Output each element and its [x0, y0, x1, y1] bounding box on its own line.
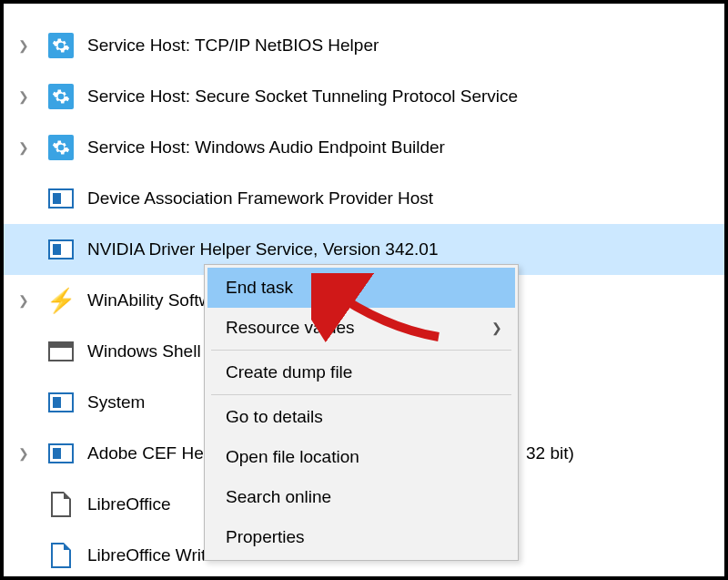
context-menu-open-file-location[interactable]: Open file location	[207, 437, 515, 477]
process-name: Service Host: Secure Socket Tunneling Pr…	[87, 86, 518, 107]
expand-chevron-icon[interactable]: ❯	[16, 446, 31, 461]
process-name-tail: 32 bit)	[526, 443, 574, 463]
context-menu-separator	[211, 350, 511, 351]
document-icon	[47, 491, 75, 518]
window-tile-icon	[47, 185, 75, 212]
gear-icon	[47, 134, 75, 161]
process-row[interactable]: ❯ Service Host: TCP/IP NetBIOS Helper	[4, 20, 724, 71]
context-menu-item-label: Search online	[226, 487, 331, 507]
gear-icon	[47, 83, 75, 110]
process-row[interactable]: ❯ Service Host: Secure Socket Tunneling …	[4, 71, 724, 122]
expand-chevron-icon[interactable]: ❯	[16, 293, 31, 308]
window-tile-icon	[47, 389, 75, 416]
lightning-icon: ⚡	[47, 287, 75, 314]
process-row[interactable]: ❯ Device Association Framework Provider …	[4, 173, 724, 224]
process-row[interactable]: ❯ Service Host: Windows Audio Endpoint B…	[4, 122, 724, 173]
document-icon	[47, 542, 75, 569]
process-name: LibreOffice	[87, 494, 171, 514]
context-menu-create-dump[interactable]: Create dump file	[207, 352, 515, 392]
context-menu-separator	[211, 394, 511, 395]
gear-icon	[47, 32, 75, 59]
context-menu-item-label: Go to details	[226, 407, 323, 427]
process-name: Service Host: TCP/IP NetBIOS Helper	[87, 36, 379, 56]
context-menu-item-label: Create dump file	[226, 362, 352, 382]
expand-chevron-icon[interactable]: ❯	[16, 140, 31, 155]
context-menu-item-label: Properties	[226, 527, 305, 547]
context-menu-resource-values[interactable]: Resource values ❯	[207, 308, 515, 348]
context-menu-item-label: Open file location	[226, 447, 359, 467]
window-tile-icon	[47, 440, 75, 467]
context-menu-end-task[interactable]: End task	[207, 268, 515, 308]
context-menu-properties[interactable]: Properties	[207, 517, 515, 557]
expand-chevron-icon[interactable]: ❯	[16, 38, 31, 53]
process-name: NVIDIA Driver Helper Service, Version 34…	[87, 239, 438, 259]
process-name: Service Host: Windows Audio Endpoint Bui…	[87, 137, 445, 158]
submenu-chevron-icon: ❯	[491, 321, 502, 335]
context-menu-item-label: Resource values	[226, 318, 355, 338]
process-name: LibreOffice Writer	[87, 545, 221, 565]
context-menu-search-online[interactable]: Search online	[207, 477, 515, 517]
window-tile-icon	[47, 236, 75, 263]
process-name: Device Association Framework Provider Ho…	[87, 188, 433, 209]
context-menu-go-to-details[interactable]: Go to details	[207, 397, 515, 437]
context-menu: End task Resource values ❯ Create dump f…	[204, 264, 519, 561]
context-menu-item-label: End task	[226, 278, 293, 298]
window-icon	[47, 338, 75, 365]
process-name: System	[87, 392, 145, 412]
expand-chevron-icon[interactable]: ❯	[16, 89, 31, 104]
